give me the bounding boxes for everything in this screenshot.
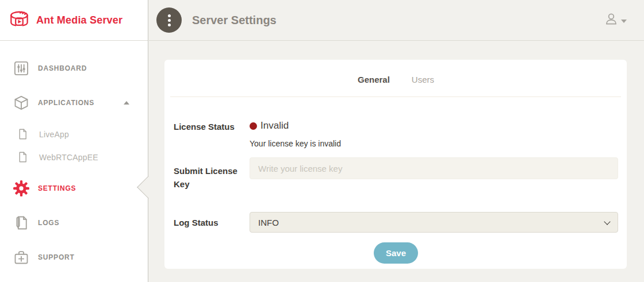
support-icon — [13, 249, 30, 266]
sidebar-item-liveapp[interactable]: LiveApp — [0, 123, 148, 145]
sidebar-item-dashboard[interactable]: DASHBOARD — [0, 55, 148, 82]
log-status-row: Log Status INFO — [174, 212, 618, 233]
top-header: Server Settings — [149, 0, 644, 41]
sidebar-item-label: SUPPORT — [38, 253, 75, 261]
person-icon — [604, 11, 619, 29]
brand-logo[interactable]: Ant Media Server — [0, 0, 148, 41]
save-button[interactable]: Save — [374, 242, 418, 264]
license-status-value: Invalid — [250, 120, 618, 132]
sidebar-item-label: SETTINGS — [38, 184, 76, 192]
applications-icon — [13, 94, 30, 111]
log-status-label: Log Status — [174, 216, 250, 229]
collapse-caret-icon[interactable] — [124, 101, 129, 105]
document-icon — [16, 151, 29, 164]
tab-bar: General Users — [174, 74, 618, 88]
sidebar-nav: DASHBOARD APPLICATIONS — [0, 41, 148, 271]
options-menu-button[interactable] — [156, 7, 182, 33]
license-status-row: License Status Invalid Your license key … — [174, 120, 618, 148]
tab-divider — [170, 96, 621, 97]
logs-icon — [13, 214, 30, 231]
settings-card: General Users License Status Invalid You… — [164, 60, 627, 269]
document-icon — [16, 128, 29, 141]
sidebar-item-applications[interactable]: APPLICATIONS — [0, 89, 148, 117]
submit-license-row: Submit License Key — [174, 157, 618, 191]
license-key-input[interactable] — [250, 157, 618, 179]
tab-users[interactable]: Users — [411, 74, 435, 88]
dashboard-icon — [13, 60, 30, 77]
sidebar-item-logs[interactable]: LOGS — [0, 209, 148, 237]
status-dot-icon — [250, 122, 257, 130]
license-status-helper: Your license key is invalid — [250, 139, 618, 148]
dropdown-caret-icon — [621, 20, 627, 23]
sidebar-item-label: DASHBOARD — [38, 64, 87, 72]
sidebar-item-label: WebRTCAppEE — [39, 153, 98, 162]
sidebar-item-webrtcappee[interactable]: WebRTCAppEE — [0, 146, 148, 168]
main-area: Server Settings General Users License St… — [149, 0, 644, 282]
vertical-ellipsis-icon — [168, 14, 171, 17]
page-title: Server Settings — [192, 14, 277, 27]
ant-media-logo-icon — [7, 9, 32, 32]
sidebar-item-label: LOGS — [38, 219, 59, 227]
settings-gear-icon — [13, 180, 30, 197]
tab-general[interactable]: General — [356, 74, 391, 88]
sidebar-item-label: LiveApp — [39, 130, 69, 139]
account-menu[interactable] — [604, 11, 627, 29]
sidebar: Ant Media Server DASHBOARD — [0, 0, 148, 282]
license-status-label: License Status — [174, 120, 250, 148]
sidebar-item-label: APPLICATIONS — [38, 99, 94, 107]
brand-name: Ant Media Server — [36, 14, 122, 26]
license-status-text: Invalid — [260, 120, 289, 132]
app-window: Ant Media Server DASHBOARD — [0, 0, 644, 282]
submit-license-label: Submit License Key — [174, 157, 250, 191]
sidebar-item-settings[interactable]: SETTINGS — [0, 175, 148, 202]
sidebar-item-support[interactable]: SUPPORT — [0, 244, 148, 271]
log-level-select[interactable]: INFO — [250, 212, 618, 233]
